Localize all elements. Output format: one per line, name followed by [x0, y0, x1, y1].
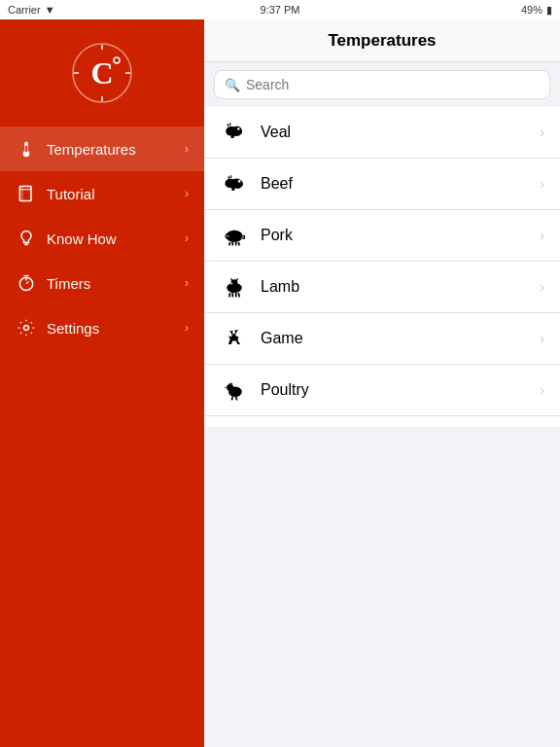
pork-chevron: ›	[540, 228, 544, 243]
svg-line-48	[231, 397, 232, 400]
svg-point-23	[238, 180, 241, 183]
list-item-pork[interactable]: Pork ›	[204, 210, 560, 262]
sidebar-timers-chevron: ›	[185, 276, 189, 290]
sidebar-settings-label: Settings	[47, 320, 185, 337]
list-item-veal[interactable]: Veal ›	[204, 107, 560, 159]
svg-line-17	[26, 281, 29, 284]
search-bar[interactable]: 🔍	[214, 70, 550, 99]
sidebar-temperatures-chevron: ›	[185, 142, 189, 156]
sidebar: C Temperatures ›	[0, 19, 204, 747]
book-icon	[16, 183, 37, 204]
pork-icon	[220, 221, 249, 250]
game-label: Game	[261, 330, 540, 347]
game-icon	[220, 324, 249, 353]
status-battery: 49% ▮	[521, 4, 552, 17]
thermometer-icon	[16, 138, 37, 160]
sidebar-item-timers[interactable]: Timers ›	[0, 261, 204, 305]
svg-rect-12	[21, 187, 23, 201]
lamb-label: Lamb	[261, 278, 540, 296]
page-title: Temperatures	[328, 31, 436, 51]
svg-marker-47	[225, 387, 227, 389]
svg-line-43	[236, 278, 238, 281]
sidebar-item-knowhow[interactable]: Know How ›	[0, 216, 204, 261]
svg-line-32	[238, 242, 239, 245]
sidebar-tutorial-label: Tutorial	[47, 186, 185, 202]
game-chevron: ›	[540, 331, 544, 346]
sidebar-temperatures-label: Temperatures	[47, 141, 185, 158]
pork-label: Pork	[261, 227, 540, 244]
svg-line-21	[228, 124, 228, 126]
svg-line-24	[228, 176, 229, 179]
svg-text:C: C	[90, 55, 113, 90]
beef-chevron: ›	[540, 176, 544, 192]
main-content: Temperatures 🔍 Veal	[204, 19, 560, 747]
list-item-beef[interactable]: Beef ›	[204, 159, 560, 210]
app-container: C Temperatures ›	[0, 0, 560, 747]
svg-point-44	[231, 283, 233, 285]
svg-point-46	[227, 384, 233, 391]
nav-bar: Temperatures	[204, 19, 560, 62]
status-bar: Carrier ▼ 9:37 PM 49% ▮	[0, 0, 560, 19]
sidebar-nav: Temperatures › Tutorial ›	[0, 126, 204, 350]
list-item-poultry[interactable]: Poultry ›	[204, 365, 560, 416]
search-bar-container: 🔍	[204, 62, 560, 107]
poultry-icon	[220, 375, 249, 405]
sidebar-knowhow-label: Know How	[47, 231, 185, 247]
sidebar-settings-chevron: ›	[185, 321, 189, 335]
search-icon: 🔍	[225, 78, 240, 92]
svg-point-35	[228, 235, 228, 236]
beef-label: Beef	[261, 175, 540, 193]
sidebar-tutorial-chevron: ›	[185, 187, 189, 200]
svg-line-38	[229, 293, 230, 297]
veal-label: Veal	[261, 124, 540, 141]
svg-point-28	[232, 231, 235, 234]
status-carrier: Carrier ▼	[8, 4, 55, 16]
svg-point-19	[24, 326, 29, 331]
lamb-chevron: ›	[540, 279, 544, 295]
search-input[interactable]	[246, 77, 540, 92]
lamb-icon	[220, 272, 249, 302]
svg-line-41	[238, 293, 239, 297]
veal-icon	[220, 118, 249, 147]
lightbulb-icon	[16, 228, 37, 249]
list-footer	[204, 427, 560, 747]
category-list: Veal › Beef ›	[204, 107, 560, 427]
svg-rect-9	[25, 146, 27, 153]
poultry-label: Poultry	[261, 381, 540, 399]
list-item-game[interactable]: Game ›	[204, 313, 560, 365]
sidebar-item-settings[interactable]: Settings ›	[0, 305, 204, 350]
svg-line-29	[229, 242, 230, 245]
sidebar-knowhow-chevron: ›	[185, 231, 189, 245]
svg-point-20	[237, 127, 240, 130]
sidebar-timers-label: Timers	[47, 275, 185, 292]
list-item-egg[interactable]: Egg ›	[204, 416, 560, 427]
svg-line-49	[236, 397, 237, 400]
beef-icon	[220, 169, 249, 198]
timer-icon	[16, 272, 37, 294]
svg-point-34	[227, 235, 228, 236]
app-logo: C	[68, 39, 136, 107]
sidebar-item-temperatures[interactable]: Temperatures ›	[0, 126, 204, 171]
svg-line-42	[231, 278, 233, 281]
poultry-chevron: ›	[540, 382, 544, 398]
gear-icon	[16, 317, 37, 338]
list-item-lamb[interactable]: Lamb ›	[204, 262, 560, 313]
svg-point-6	[114, 57, 120, 63]
veal-chevron: ›	[540, 124, 544, 140]
svg-point-33	[225, 233, 229, 238]
sidebar-item-tutorial[interactable]: Tutorial ›	[0, 171, 204, 216]
status-time: 9:37 PM	[261, 4, 300, 16]
